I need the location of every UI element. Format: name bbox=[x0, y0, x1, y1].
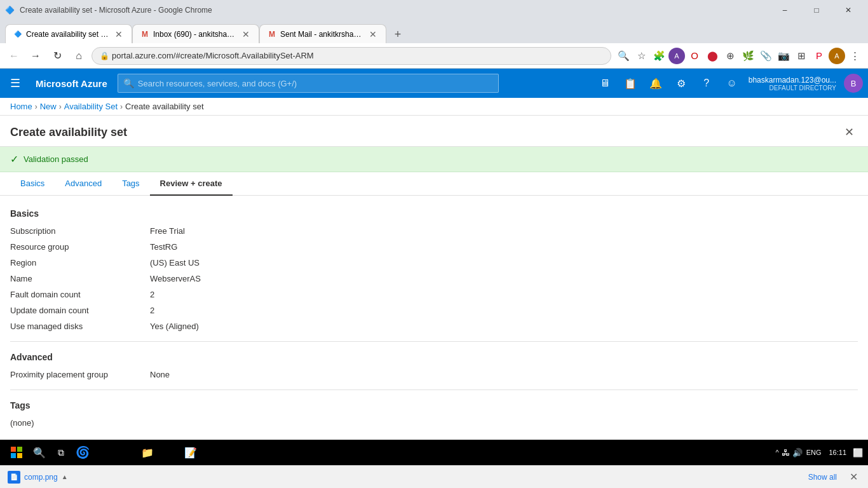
tab-favicon-1: 🔷 bbox=[13, 30, 22, 39]
help-icon[interactable]: ? bbox=[695, 72, 718, 95]
back-button[interactable]: ← bbox=[5, 47, 23, 65]
azure-nav-icons: 🖥 📋 🔔 ⚙ ? ☺ bhaskarmadan.123@ou... DEFAU… bbox=[593, 72, 863, 95]
close-button[interactable]: ✕ bbox=[834, 0, 863, 20]
field-resource-group: Resource group TestRG bbox=[10, 242, 858, 252]
extensions-icon[interactable]: 🧩 bbox=[651, 48, 667, 64]
advanced-section-title: Advanced bbox=[10, 352, 858, 362]
tab-review-create[interactable]: Review + create bbox=[150, 172, 233, 196]
field-label-region: Region bbox=[10, 258, 150, 268]
download-filename[interactable]: comp.png bbox=[24, 473, 58, 482]
taskbar-search[interactable]: 🔍 bbox=[29, 442, 50, 463]
panel-content[interactable]: Basics Subscription Free Trial Resource … bbox=[0, 196, 868, 444]
settings-icon[interactable]: ⚙ bbox=[670, 72, 693, 95]
field-label-name: Name bbox=[10, 274, 150, 283]
minimize-button[interactable]: – bbox=[770, 0, 799, 20]
notifications-icon[interactable]: 🔔 bbox=[644, 72, 667, 95]
search-icon[interactable]: 🔍 bbox=[615, 48, 632, 64]
refresh-button[interactable]: ↻ bbox=[48, 47, 66, 65]
breadcrumb-home[interactable]: Home bbox=[10, 102, 32, 111]
menu-icon[interactable]: ⋮ bbox=[846, 48, 863, 64]
breadcrumb-new[interactable]: New bbox=[40, 102, 57, 111]
star-icon[interactable]: ☆ bbox=[633, 48, 649, 64]
account-icon[interactable]: A bbox=[668, 48, 685, 64]
taskbar-right: ^ 🖧 🔊 ENG 16:11 ⬜ bbox=[775, 448, 863, 458]
tab-favicon-3: M bbox=[268, 30, 276, 39]
taskbar-word[interactable]: 📝 bbox=[180, 442, 201, 463]
address-bar: ← → ↻ ⌂ 🔒 portal.azure.com/#create/Micro… bbox=[0, 43, 868, 69]
forward-button[interactable]: → bbox=[27, 47, 44, 65]
address-input[interactable]: 🔒 portal.azure.com/#create/Microsoft.Ava… bbox=[92, 47, 611, 65]
tab-close-2[interactable]: ✕ bbox=[241, 29, 251, 39]
tab-bar: 🔷 Create availability set - Microsof ✕ M… bbox=[0, 20, 868, 43]
azure-avatar[interactable]: B bbox=[844, 74, 863, 93]
directory-icon[interactable]: 📋 bbox=[619, 72, 642, 95]
breadcrumb-availability-set[interactable]: Availability Set bbox=[64, 102, 118, 111]
tab-advanced[interactable]: Advanced bbox=[55, 172, 112, 196]
taskbar-show-desktop[interactable]: ⬜ bbox=[853, 448, 863, 458]
address-text: portal.azure.com/#create/Microsoft.Avail… bbox=[112, 51, 314, 60]
taskbar-task-view[interactable]: ⧉ bbox=[51, 442, 71, 463]
tab-close-1[interactable]: ✕ bbox=[114, 29, 124, 39]
panel: Create availability set ✕ ✓ Validation p… bbox=[0, 116, 868, 480]
taskbar-store[interactable]: 🛍 bbox=[94, 442, 114, 463]
content-area: Home › New › Availability Set › Create a… bbox=[0, 98, 868, 480]
download-bar: 📄 comp.png ▲ Show all ✕ bbox=[0, 465, 868, 488]
validation-icon: ✓ bbox=[10, 153, 18, 165]
ext1-icon[interactable]: ⊕ bbox=[722, 48, 738, 64]
ext2-icon[interactable]: 🌿 bbox=[740, 48, 756, 64]
taskbar-volume-icon: 🔊 bbox=[792, 448, 803, 458]
ext4-icon[interactable]: 📷 bbox=[775, 48, 792, 64]
tab-navigation: Basics Advanced Tags Review + create bbox=[0, 172, 868, 196]
ext3-icon[interactable]: 📎 bbox=[757, 48, 774, 64]
field-proximity-group: Proximity placement group None bbox=[10, 370, 858, 379]
field-value-resource-group: TestRG bbox=[150, 242, 177, 252]
browser-tab-2[interactable]: M Inbox (690) - ankitshahi102@gm... ✕ bbox=[132, 24, 259, 43]
cloud-shell-icon[interactable]: 🖥 bbox=[593, 72, 616, 95]
start-button[interactable] bbox=[5, 441, 28, 464]
section-divider-2 bbox=[10, 390, 858, 390]
new-tab-button[interactable]: + bbox=[389, 25, 407, 43]
taskbar-mail[interactable]: ✉ bbox=[116, 442, 136, 463]
download-chevron-icon[interactable]: ▲ bbox=[62, 473, 68, 480]
profile-avatar[interactable]: A bbox=[829, 48, 845, 64]
feedback-icon[interactable]: ☺ bbox=[721, 72, 743, 95]
tab-tags[interactable]: Tags bbox=[112, 172, 149, 196]
title-bar: 🔷 Create availability set - Microsoft Az… bbox=[0, 0, 868, 20]
taskbar-clock[interactable]: 16:11 bbox=[825, 449, 850, 456]
lastpass-icon[interactable]: ⬤ bbox=[704, 48, 721, 64]
validation-message: Validation passed bbox=[24, 154, 88, 164]
download-bar-close[interactable]: ✕ bbox=[847, 471, 860, 483]
tab-title-1: Create availability set - Microsof bbox=[26, 30, 110, 39]
panel-close-button[interactable]: ✕ bbox=[840, 123, 858, 141]
browser-tab-1[interactable]: 🔷 Create availability set - Microsof ✕ bbox=[5, 24, 132, 43]
breadcrumb-current: Create availability set bbox=[125, 102, 204, 111]
azure-search-input[interactable] bbox=[138, 79, 493, 88]
restore-button[interactable]: □ bbox=[802, 0, 831, 20]
panel-header: Create availability set ✕ bbox=[0, 116, 868, 147]
taskbar-chevron[interactable]: ^ bbox=[775, 449, 778, 456]
breadcrumb-sep-3: › bbox=[120, 102, 123, 111]
tab-close-3[interactable]: ✕ bbox=[368, 29, 378, 39]
svg-rect-0 bbox=[11, 447, 16, 452]
opera-icon[interactable]: O bbox=[686, 48, 703, 64]
field-label-resource-group: Resource group bbox=[10, 242, 150, 252]
ext5-icon[interactable]: ⊞ bbox=[793, 48, 810, 64]
taskbar-edge[interactable]: 🌀 bbox=[72, 442, 93, 463]
toolbar-icons: 🔍 ☆ 🧩 A O ⬤ ⊕ 🌿 📎 📷 ⊞ P A ⋮ bbox=[615, 48, 863, 64]
tab-basics[interactable]: Basics bbox=[10, 172, 55, 196]
azure-user[interactable]: bhaskarmadan.123@ou... DEFAULT DIRECTORY bbox=[746, 76, 839, 92]
taskbar-photos[interactable]: 🖼 bbox=[159, 442, 179, 463]
breadcrumb-sep-2: › bbox=[59, 102, 62, 111]
svg-rect-2 bbox=[11, 453, 16, 458]
browser-tab-3[interactable]: M Sent Mail - ankitkrshahi.it.msit@... ✕ bbox=[259, 24, 386, 43]
title-bar-left: 🔷 Create availability set - Microsoft Az… bbox=[5, 6, 212, 15]
field-region: Region (US) East US bbox=[10, 258, 858, 268]
field-value-name: WebserverAS bbox=[150, 274, 201, 283]
home-button[interactable]: ⌂ bbox=[70, 47, 88, 65]
azure-search-bar[interactable]: 🔍 bbox=[118, 74, 499, 93]
show-all-button[interactable]: Show all bbox=[803, 473, 842, 482]
hamburger-menu[interactable]: ☰ bbox=[5, 74, 25, 93]
field-value-tags: (none) bbox=[10, 418, 34, 428]
ext6-icon[interactable]: P bbox=[811, 48, 827, 64]
taskbar-explorer[interactable]: 📁 bbox=[137, 442, 158, 463]
